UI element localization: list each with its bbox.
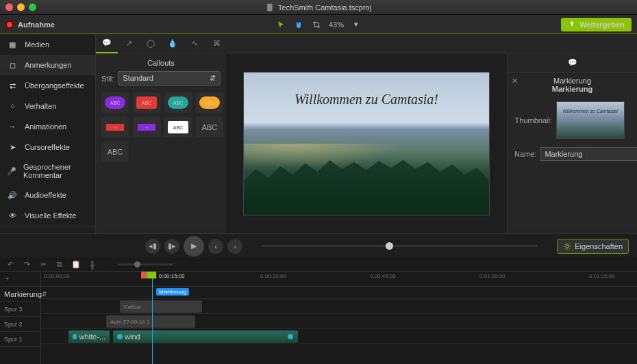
playhead-time: 0:00:15;02 — [158, 273, 186, 279]
hand-tool[interactable] — [293, 19, 304, 30]
clip-callout[interactable]: Callout — [120, 300, 202, 313]
timeline-zoom-slider[interactable] — [118, 263, 173, 265]
sidebar-item-visuell[interactable]: 👁Visuelle Effekte — [0, 205, 95, 226]
callout-purple-arrow[interactable]: → — [133, 117, 160, 138]
preview-canvas[interactable]: Willkommen zu Camtasia! — [243, 72, 490, 216]
step-back-button[interactable]: ‹ — [208, 239, 223, 254]
callout-red-arrow[interactable]: → — [101, 117, 129, 138]
track-2[interactable]: Aufn 27-09-16 1 — [41, 314, 637, 329]
timeline: ↶ ↷ ✂ ⧉ 📋 ╫ ＋ Markierung ⇵ Spur 3 Spur 2… — [0, 258, 637, 364]
share-button[interactable]: Weitergeben — [561, 18, 632, 31]
playback-scrubber[interactable] — [262, 245, 538, 247]
tab-shapes[interactable]: ◯ — [140, 34, 162, 53]
callout-red-bubble[interactable]: ABC — [133, 92, 160, 113]
zoom-dropdown-icon[interactable]: ▾ — [351, 19, 362, 30]
minimize-window-button[interactable] — [17, 3, 25, 11]
track-label-3[interactable]: Spur 3 — [0, 302, 40, 317]
gear-icon — [563, 242, 571, 250]
step-fwd-button[interactable]: › — [227, 239, 242, 254]
window-controls — [0, 3, 36, 11]
name-label: Name: — [514, 150, 536, 158]
animation-icon: → — [7, 122, 18, 131]
svg-rect-0 — [267, 3, 273, 11]
track-label-2[interactable]: Spur 2 — [0, 317, 40, 332]
close-window-button[interactable] — [5, 3, 13, 11]
track-3[interactable]: Callout — [41, 299, 637, 314]
share-icon — [568, 21, 576, 29]
props-tab-2[interactable]: Markierung — [508, 85, 637, 93]
marker-row-label[interactable]: Markierung ⇵ — [0, 287, 40, 302]
split-button[interactable]: ╫ — [88, 261, 97, 269]
titlebar: TechSmith Camtasia.tscproj — [0, 0, 637, 15]
track-label-1[interactable]: Spur 1 — [0, 332, 40, 347]
copy-button[interactable]: ⧉ — [55, 260, 64, 269]
time-ruler[interactable]: 0:00:00;00 0:00:15;00 0:00:30;00 0:00:45… — [41, 272, 637, 287]
style-select[interactable]: Standard⇵ — [118, 71, 221, 86]
media-icon: ▦ — [7, 40, 18, 49]
comment-tab-icon[interactable]: 💬 — [568, 58, 577, 67]
name-input[interactable] — [540, 147, 637, 161]
crop-tool[interactable] — [311, 19, 322, 30]
callout-orange-cloud[interactable]: ABC — [196, 92, 223, 113]
window-title: TechSmith Camtasia.tscproj — [266, 3, 371, 12]
props-tab-1[interactable]: Markierung — [508, 77, 637, 85]
properties-panel: 💬 ✕ Markierung Markierung Thumbnail: Nam… — [507, 53, 637, 233]
zoom-window-button[interactable] — [29, 3, 36, 11]
sidebar-item-kommentar[interactable]: 🎤Gesprochener Kommentar — [0, 157, 95, 185]
clip-wind[interactable]: wind — [113, 330, 298, 343]
callout-green-cloud[interactable]: ABC — [164, 92, 192, 113]
thumbnail-label: Thumbnail: — [514, 116, 552, 125]
tab-blur[interactable]: 💧 — [162, 34, 184, 53]
record-button[interactable]: Aufnahme — [5, 21, 55, 29]
canvas-title-text: Willkommen zu Camtasia! — [244, 92, 489, 107]
callout-grid: ABC ABC ABC ABC → → ABC ABC ABC — [101, 92, 221, 162]
marker-indicator-red[interactable] — [141, 272, 147, 278]
prev-frame-button[interactable]: ◂▮ — [145, 239, 160, 254]
tick: 0:00:30;00 — [260, 273, 286, 279]
zoom-level[interactable]: 43% — [329, 21, 344, 29]
annotation-icon: ◻ — [7, 60, 18, 70]
callout-text-2[interactable]: ABC — [101, 142, 129, 162]
tick: 0:00:00;00 — [44, 273, 70, 279]
sidebar-item-verhalten[interactable]: ⁘Verhalten — [0, 96, 95, 116]
tab-keystroke[interactable]: ⌘ — [205, 34, 227, 53]
document-icon — [266, 3, 274, 12]
play-button[interactable]: ▶ — [184, 236, 204, 257]
sidebar-item-animationen[interactable]: →Animationen — [0, 116, 95, 137]
sidebar-item-anmerkungen[interactable]: ◻Anmerkungen — [0, 55, 95, 75]
close-props-button[interactable]: ✕ — [512, 77, 518, 86]
clip-white[interactable]: white-... — [68, 330, 110, 343]
undo-button[interactable]: ↶ — [5, 260, 15, 269]
tab-arrows[interactable]: ↗ — [118, 34, 140, 53]
sidebar-item-cursor[interactable]: ➤Cursoreffekte — [0, 137, 95, 157]
marker-track[interactable]: Markierung — [41, 287, 637, 299]
mic-icon: 🎤 — [7, 166, 16, 176]
tab-callouts[interactable]: 💬 — [96, 34, 118, 53]
sidebar-item-medien[interactable]: ▦Medien — [0, 34, 95, 55]
properties-button[interactable]: Eigenschaften — [557, 239, 629, 254]
track-area[interactable]: 0:00:00;00 0:00:15;00 0:00:30;00 0:00:45… — [41, 272, 637, 364]
svg-point-1 — [566, 245, 569, 248]
sidebar-item-uebergang[interactable]: ⇄Übergangseffekte — [0, 75, 95, 96]
callout-white-box[interactable]: ABC — [164, 117, 192, 138]
sidebar-item-audio[interactable]: 🔊Audioeffekte — [0, 185, 95, 205]
next-frame-button[interactable]: ▮▸ — [164, 239, 179, 254]
redo-button[interactable]: ↷ — [22, 260, 32, 269]
playback-bar: ◂▮ ▮▸ ▶ ‹ › Eigenschaften — [0, 233, 637, 258]
ruler-spacer: ＋ — [0, 272, 40, 287]
marker-chip[interactable]: Markierung — [156, 288, 189, 296]
pointer-tool[interactable] — [275, 19, 286, 30]
cut-button[interactable]: ✂ — [38, 260, 48, 269]
clip-aufnahme[interactable]: Aufn 27-09-16 1 — [106, 315, 195, 328]
thumbnail-preview — [556, 101, 625, 139]
annotation-tabs: 💬 ↗ ◯ 💧 ∿ ⌘ — [96, 34, 637, 53]
paste-button[interactable]: 📋 — [71, 260, 81, 269]
track-1[interactable]: white-... wind — [41, 329, 637, 344]
callout-purple-bubble[interactable]: ABC — [101, 92, 129, 113]
tab-motion[interactable]: ∿ — [184, 34, 205, 53]
chevron-down-icon: ⇵ — [210, 74, 216, 83]
canvas-area: Willkommen zu Camtasia! — [226, 53, 507, 233]
callout-text[interactable]: ABC — [196, 117, 223, 138]
eye-icon: 👁 — [7, 211, 18, 220]
playhead[interactable] — [152, 272, 153, 364]
